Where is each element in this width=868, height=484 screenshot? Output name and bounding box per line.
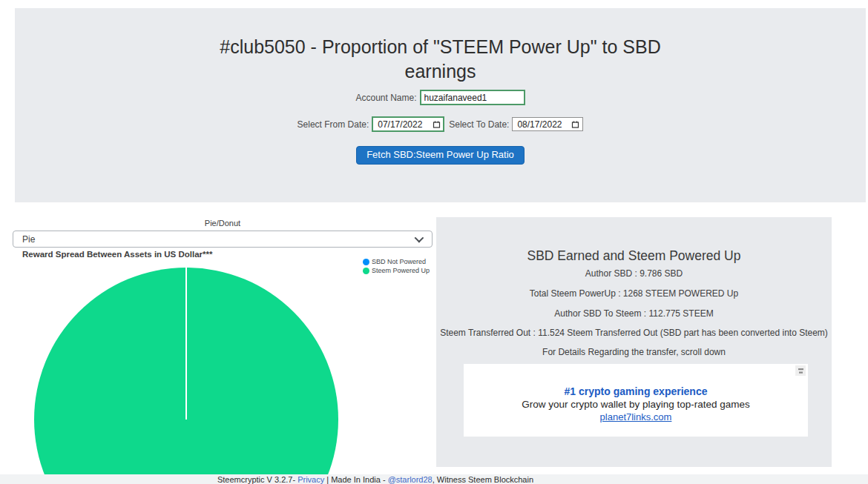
footer-text: Steemcryptic V 3.2.7- Privacy | Made In …: [0, 475, 751, 484]
button-row: Fetch SBD:Steem Power Up Ratio: [15, 146, 866, 165]
date-row: Select From Date: Select To Date:: [15, 116, 866, 132]
summary-line-transferred-out: Steem Transferred Out : 11.524 Steem Tra…: [436, 328, 832, 338]
summary-line-sbd-to-steem: Author SBD To Steem : 112.775 STEEM: [436, 308, 832, 319]
to-date-wrap: [512, 117, 583, 131]
to-date-label: Select To Date:: [449, 119, 509, 130]
ad-box[interactable]: #1 crypto gaming experience Grow your cr…: [464, 364, 808, 437]
footer-suffix-text: , Witness Steem Blockchain: [433, 475, 533, 484]
chart-type-selected-value: Pie: [22, 234, 35, 245]
chart-type-select[interactable]: Pie: [13, 231, 433, 248]
ad-headline[interactable]: #1 crypto gaming experience: [464, 385, 808, 397]
footer-version-text: Steemcryptic V 3.2.7-: [217, 475, 297, 484]
ad-info-icon[interactable]: [795, 365, 806, 376]
summary-line-details-note: For Details Regarding the transfer, scro…: [436, 347, 832, 357]
summary-line-author-sbd: Author SBD : 9.786 SBD: [436, 268, 832, 279]
account-name-input[interactable]: [420, 90, 525, 105]
summary-heading: SBD Earned and Steem Powered Up: [436, 248, 832, 264]
summary-panel: SBD Earned and Steem Powered Up Author S…: [436, 217, 832, 467]
chevron-down-icon: [415, 233, 424, 243]
from-date-label: Select From Date:: [297, 119, 369, 130]
summary-line-total-powerup: Total Steem PowerUp : 1268 STEEM POWERED…: [436, 288, 832, 299]
calendar-icon[interactable]: [433, 120, 441, 128]
chart-type-label: Pie/Donut: [13, 219, 433, 228]
footer-middle-text: | Made In India -: [324, 475, 387, 484]
fetch-ratio-button[interactable]: Fetch SBD:Steem Power Up Ratio: [356, 146, 525, 165]
legend-label: Steem Powered Up: [372, 267, 430, 274]
pie-chart-slice-divider: [185, 268, 187, 420]
ad-body-text: Grow your crypto wallet by playing top-r…: [464, 399, 808, 410]
legend-item-sbd-not-powered[interactable]: SBD Not Powered: [363, 258, 430, 265]
legend-label: SBD Not Powered: [372, 258, 426, 265]
account-row: Account Name:: [15, 90, 866, 105]
privacy-link[interactable]: Privacy: [297, 475, 324, 484]
legend-item-steem-powered-up[interactable]: Steem Powered Up: [363, 267, 430, 274]
ad-link[interactable]: planet7links.com: [600, 411, 672, 422]
chart-title: Reward Spread Between Assets in US Dolla…: [22, 250, 213, 259]
chart-legend: SBD Not Powered Steem Powered Up: [363, 258, 430, 276]
calendar-icon[interactable]: [571, 120, 579, 128]
legend-dot-green: [363, 268, 369, 274]
starlord-link[interactable]: @starlord28: [388, 475, 433, 484]
from-date-wrap: [372, 116, 444, 132]
account-name-label: Account Name:: [355, 93, 416, 103]
header-panel: #club5050 - Proportion of "STEEM Power U…: [15, 8, 866, 202]
page-title: #club5050 - Proportion of "STEEM Power U…: [196, 35, 685, 84]
legend-dot-blue: [363, 259, 369, 265]
footer-bar: Steemcryptic V 3.2.7- Privacy | Made In …: [0, 474, 868, 484]
